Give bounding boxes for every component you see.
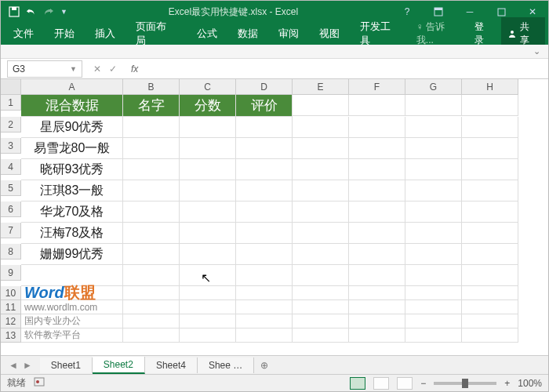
- cell-empty[interactable]: [293, 138, 349, 159]
- tab-data[interactable]: 数据: [228, 24, 267, 44]
- add-sheet-icon[interactable]: ⊕: [254, 360, 274, 371]
- undo-icon[interactable]: [26, 6, 37, 17]
- zoom-level[interactable]: 100%: [518, 378, 542, 389]
- zoom-out-icon[interactable]: −: [420, 378, 426, 389]
- sheet-tab-1[interactable]: Sheet1: [40, 358, 93, 373]
- sheet-tab-3[interactable]: Sheet4: [145, 358, 198, 373]
- row-header-12[interactable]: 12: [1, 314, 21, 328]
- cell-empty[interactable]: [123, 265, 180, 286]
- row-header-1[interactable]: 1: [1, 95, 21, 111]
- cell-empty[interactable]: [462, 201, 518, 223]
- cell-empty[interactable]: [405, 223, 462, 244]
- login-link[interactable]: 登录: [470, 20, 498, 47]
- tab-insert[interactable]: 插入: [85, 24, 125, 44]
- cell-data[interactable]: 星辰90优秀: [21, 117, 123, 138]
- spreadsheet-grid[interactable]: ABCDEFGH1混合数据名字分数评价2星辰90优秀3易雪龙80一般4晓研93优…: [1, 79, 548, 355]
- qat-dropdown-icon[interactable]: ▼: [60, 8, 67, 16]
- tab-review[interactable]: 审阅: [269, 24, 308, 44]
- cell-empty[interactable]: [349, 223, 405, 244]
- collapse-ribbon-icon[interactable]: ⌄: [1, 45, 548, 59]
- cell-empty[interactable]: [123, 180, 180, 201]
- sheet-next-icon[interactable]: ►: [23, 360, 32, 371]
- cell-empty[interactable]: [293, 244, 349, 265]
- cell-empty[interactable]: [349, 300, 405, 314]
- cell-empty[interactable]: [462, 117, 518, 138]
- cell-empty[interactable]: [405, 201, 462, 223]
- row-header-7[interactable]: 7: [1, 223, 21, 238]
- cell-empty[interactable]: [462, 223, 518, 244]
- col-header-H[interactable]: H: [462, 79, 518, 95]
- cell-empty[interactable]: [123, 138, 180, 159]
- enter-formula-icon[interactable]: ✓: [109, 64, 117, 74]
- view-layout-icon[interactable]: [373, 377, 389, 390]
- cell-empty[interactable]: [180, 180, 236, 201]
- view-pagebreak-icon[interactable]: [397, 377, 413, 390]
- cell-empty[interactable]: [462, 159, 518, 180]
- cell-empty[interactable]: [293, 201, 349, 223]
- col-header-D[interactable]: D: [236, 79, 293, 95]
- cell-empty[interactable]: [180, 265, 236, 286]
- cell-empty[interactable]: [349, 314, 405, 328]
- tab-formula[interactable]: 公式: [187, 24, 227, 44]
- cell-empty[interactable]: [123, 117, 180, 138]
- row-header-10[interactable]: 10: [1, 286, 21, 300]
- cell-data[interactable]: 华龙70及格: [21, 201, 123, 223]
- cell-empty[interactable]: [293, 300, 349, 314]
- cell-empty[interactable]: [349, 244, 405, 265]
- cell-empty[interactable]: [293, 265, 349, 286]
- name-box[interactable]: G3▼: [7, 60, 82, 78]
- cell-empty[interactable]: [405, 328, 462, 343]
- cell-empty[interactable]: [180, 244, 236, 265]
- view-normal-icon[interactable]: [350, 377, 365, 390]
- cell-empty[interactable]: [236, 223, 293, 244]
- cell-empty[interactable]: [123, 201, 180, 223]
- cell-data[interactable]: 汪梅78及格: [21, 223, 123, 244]
- cell-data[interactable]: 姗姗99优秀: [21, 244, 123, 265]
- cell-empty[interactable]: [236, 328, 293, 343]
- cell-data[interactable]: 晓研93优秀: [21, 159, 123, 180]
- cell-data[interactable]: 易雪龙80一般: [21, 138, 123, 159]
- fx-icon[interactable]: fx: [131, 64, 138, 74]
- cell-empty[interactable]: [462, 265, 518, 286]
- cell-empty[interactable]: [123, 328, 180, 343]
- cell-empty[interactable]: [293, 223, 349, 244]
- row-header-6[interactable]: 6: [1, 201, 21, 217]
- cell-empty[interactable]: [180, 117, 236, 138]
- cell-empty[interactable]: [349, 159, 405, 180]
- cell-empty[interactable]: [293, 286, 349, 300]
- macro-record-icon[interactable]: [34, 376, 45, 390]
- cell-empty[interactable]: [462, 138, 518, 159]
- row-header-2[interactable]: 2: [1, 117, 21, 132]
- cell-empty[interactable]: [180, 300, 236, 314]
- cell-empty[interactable]: [123, 286, 180, 300]
- cell-empty[interactable]: [349, 117, 405, 138]
- sheet-tab-2[interactable]: Sheet2: [93, 357, 145, 374]
- col-header-C[interactable]: C: [180, 79, 236, 95]
- row-header-9[interactable]: 9: [1, 265, 21, 281]
- col-header-E[interactable]: E: [293, 79, 349, 95]
- cell-empty[interactable]: [236, 117, 293, 138]
- cell-empty[interactable]: [405, 244, 462, 265]
- col-header-G[interactable]: G: [405, 79, 462, 95]
- cell-empty[interactable]: [180, 328, 236, 343]
- col-header-F[interactable]: F: [349, 79, 405, 95]
- col-header-A[interactable]: A: [21, 79, 123, 95]
- cell-empty[interactable]: [293, 328, 349, 343]
- cancel-formula-icon[interactable]: ✕: [93, 64, 101, 74]
- cell-empty[interactable]: [349, 138, 405, 159]
- save-icon[interactable]: [9, 6, 20, 17]
- cell-empty[interactable]: [180, 159, 236, 180]
- row-header-3[interactable]: 3: [1, 138, 21, 154]
- cell-empty[interactable]: [405, 265, 462, 286]
- cell-empty[interactable]: [236, 180, 293, 201]
- cell-empty[interactable]: [180, 314, 236, 328]
- cell-empty[interactable]: [293, 159, 349, 180]
- cell-empty[interactable]: [180, 223, 236, 244]
- cell-empty[interactable]: [462, 314, 518, 328]
- select-all-corner[interactable]: [1, 79, 21, 95]
- tab-file[interactable]: 文件: [4, 24, 43, 44]
- cell-empty[interactable]: [180, 138, 236, 159]
- cell-empty[interactable]: [405, 138, 462, 159]
- cell-empty[interactable]: [123, 159, 180, 180]
- tell-me[interactable]: ♀ 告诉我...: [412, 20, 467, 47]
